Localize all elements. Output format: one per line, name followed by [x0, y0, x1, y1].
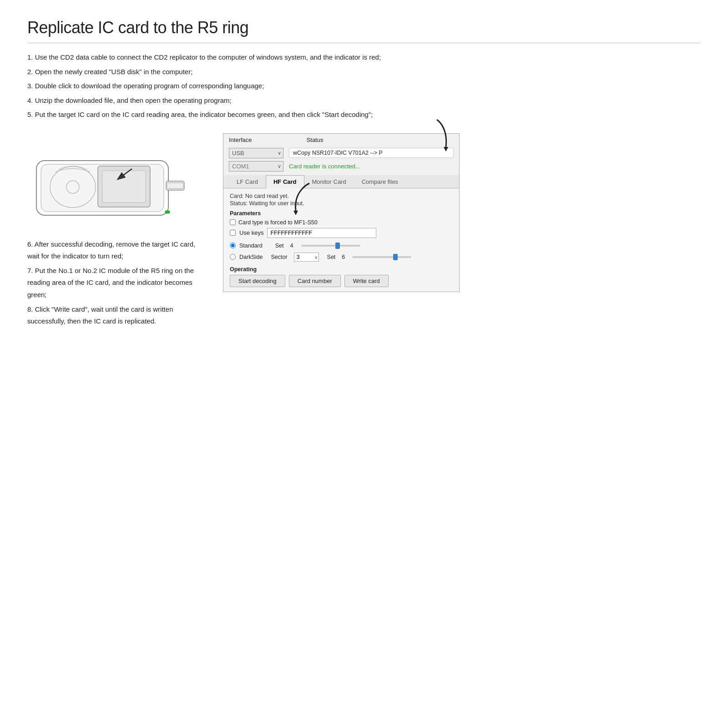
usb-select[interactable]: USB: [229, 148, 283, 158]
step-5: 5. Put the target IC card on the IC card…: [27, 109, 528, 121]
svg-rect-9: [165, 211, 170, 213]
card-type-checkbox[interactable]: [230, 219, 236, 225]
step-8: 8. Click "Write card", wait until the ca…: [27, 303, 196, 328]
step-2: 2. Open the newly created "USB disk" in …: [27, 66, 528, 78]
status-label: Status: [307, 136, 324, 143]
darkside-row: DarkSide Sector 3 Set 6: [230, 253, 453, 262]
use-keys-checkbox[interactable]: [230, 230, 236, 236]
com1-connected-row: COM1 Card reader is connected...: [223, 160, 459, 173]
status-waiting-line: Status: Waiting for user input.: [230, 200, 453, 207]
use-keys-label: Use keys: [239, 229, 263, 236]
device-illustration: [27, 133, 196, 226]
ui-panel: Interface Status USB wCopy NSR107-IDIC V…: [223, 133, 460, 292]
start-decoding-button[interactable]: Start decoding: [230, 275, 285, 287]
svg-marker-10: [293, 211, 298, 215]
operating-label: Operating: [230, 266, 453, 273]
darkside-slider-thumb: [393, 254, 398, 260]
standard-radio[interactable]: [230, 243, 236, 248]
tab-bar: LF Card HF Card Monitor Card Compare fil…: [223, 175, 459, 188]
set-label-1: Set: [275, 243, 284, 249]
standard-slider-track[interactable]: [301, 245, 360, 247]
darkside-label: DarkSide: [239, 254, 263, 260]
darkside-radio[interactable]: [230, 254, 236, 260]
write-card-arrow-svg: [423, 117, 450, 152]
use-keys-row: Use keys: [230, 228, 453, 238]
standard-row: Standard Set 4: [230, 243, 453, 249]
card-type-row: Card type is forced to MF1-S50: [230, 219, 453, 226]
step-3: 3. Double click to download the operatin…: [27, 80, 528, 92]
tab-compare-files[interactable]: Compare files: [354, 175, 406, 188]
com1-select-wrap[interactable]: COM1: [229, 161, 283, 172]
parameters-label: Parameters: [230, 210, 453, 217]
interface-label: Interface: [229, 136, 252, 143]
software-screenshot: Interface Status USB wCopy NSR107-IDIC V…: [223, 133, 464, 292]
write-card-button[interactable]: Write card: [344, 275, 389, 287]
card-type-label: Card type is forced to MF1-S50: [238, 219, 318, 226]
card-reader-status: Card reader is connected...: [289, 163, 360, 170]
step-6: 6. After successful decoding, remove the…: [27, 238, 196, 263]
panel-body: Card: No card read yet. Status: Waiting …: [223, 188, 459, 292]
darkside-slider-track[interactable]: [352, 256, 411, 258]
radio-section: Standard Set 4 DarkSide Sector: [230, 243, 453, 262]
standard-label: Standard: [239, 243, 263, 249]
com1-select[interactable]: COM1: [229, 161, 283, 172]
page-title: Replicate IC card to the R5 ring: [27, 18, 701, 37]
keys-input[interactable]: [267, 228, 376, 238]
right-column: Interface Status USB wCopy NSR107-IDIC V…: [223, 133, 701, 292]
sector-select[interactable]: 3: [294, 253, 319, 262]
usb-select-wrap[interactable]: USB: [229, 148, 283, 158]
set-value-1: 4: [290, 243, 293, 249]
set-value-2: 6: [342, 254, 345, 260]
steps-below-block: 6. After successful decoding, remove the…: [27, 238, 196, 328]
com1-arrow-svg: [293, 181, 325, 215]
step-4: 4. Unzip the downloaded file, and then o…: [27, 95, 528, 106]
step-1: 1. Use the CD2 data cable to connect the…: [27, 51, 528, 63]
title-divider: [27, 43, 701, 43]
sector-label: Sector: [271, 254, 287, 260]
card-number-button[interactable]: Card number: [289, 275, 341, 287]
sector-select-wrap[interactable]: 3: [294, 253, 319, 262]
svg-marker-11: [444, 147, 448, 152]
main-content: 6. After successful decoding, remove the…: [27, 133, 701, 330]
device-svg: [27, 133, 191, 224]
tab-lf-card[interactable]: LF Card: [229, 175, 266, 188]
instructions-block: 1. Use the CD2 data cable to connect the…: [27, 51, 528, 121]
left-column: 6. After successful decoding, remove the…: [27, 133, 196, 330]
step-7: 7. Put the No.1 or No.2 IC module of the…: [27, 265, 196, 301]
operating-section: Operating Start decoding Card number Wri…: [230, 266, 453, 287]
standard-slider-thumb: [335, 243, 340, 249]
action-buttons-row: Start decoding Card number Write card: [230, 275, 453, 287]
svg-rect-5: [102, 171, 146, 202]
set-label-2: Set: [327, 254, 336, 260]
svg-rect-8: [167, 183, 183, 188]
card-status-line: Card: No card read yet.: [230, 193, 453, 199]
